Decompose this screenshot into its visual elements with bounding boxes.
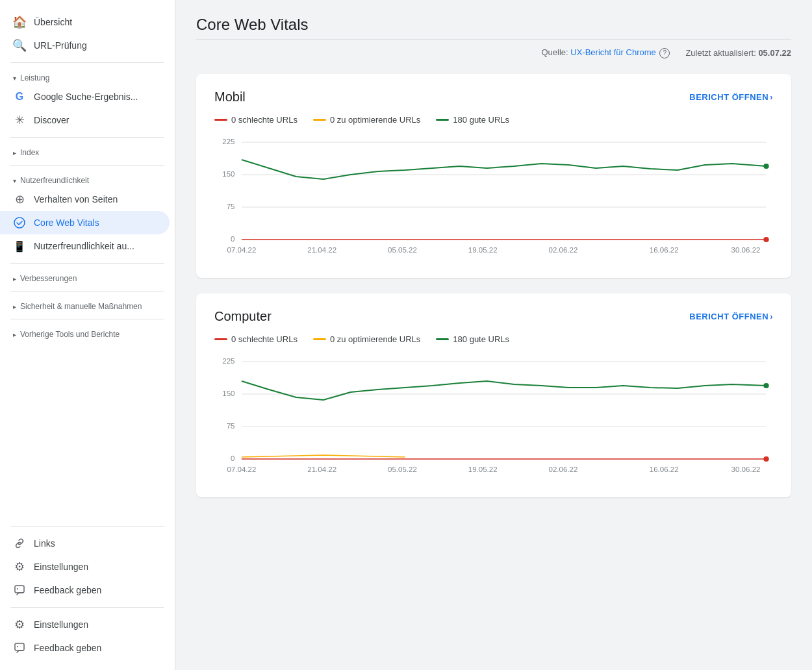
- sidebar-label-nutzerfreundlichkeit-au: Nutzerfreundlichkeit au...: [34, 241, 134, 251]
- sidebar-item-feedback-1[interactable]: Feedback geben: [0, 578, 170, 602]
- gear-icon-1: ⚙: [13, 560, 26, 573]
- svg-text:16.06.22: 16.06.22: [650, 465, 679, 473]
- chevron-right-icon-3: ▸: [13, 303, 16, 310]
- svg-rect-4: [17, 646, 18, 647]
- home-icon: 🏠: [13, 16, 26, 29]
- section-sicherheit[interactable]: ▸ Sicherheit & manuelle Maßnahmen: [0, 297, 175, 314]
- svg-rect-2: [17, 588, 18, 589]
- divider-2: [10, 137, 164, 138]
- title-divider: [196, 39, 791, 40]
- sidebar-label-feedback-2: Feedback geben: [34, 643, 101, 653]
- discover-icon: ✳: [13, 114, 26, 127]
- chart-svg-mobil: 225 150 75 0: [214, 132, 773, 262]
- chart-svg-computer: 225 150 75 0: [214, 352, 773, 482]
- sidebar-item-google-suche[interactable]: G Google Suche-Ergebnis...: [0, 85, 170, 108]
- sidebar-item-nutzerfreundlichkeit-au[interactable]: 📱 Nutzerfreundlichkeit au...: [0, 234, 170, 258]
- section-label-verbesserungen: Verbesserungen: [20, 274, 77, 283]
- svg-text:19.05.22: 19.05.22: [468, 246, 498, 254]
- divider-8: [10, 607, 164, 608]
- section-index[interactable]: ▸ Index: [0, 143, 175, 160]
- svg-rect-1: [15, 586, 24, 593]
- source-text: Quelle: UX-Bericht für Chrome ?: [541, 47, 670, 58]
- sidebar-item-uebersicht[interactable]: 🏠 Übersicht: [0, 10, 170, 34]
- sidebar-label-core-web-vitals: Core Web Vitals: [34, 217, 99, 228]
- info-icon[interactable]: ?: [659, 48, 670, 58]
- legend-medium-computer: 0 zu optimierende URLs: [313, 334, 420, 344]
- card-title-mobil: Mobil: [214, 90, 246, 105]
- links-icon: [13, 537, 26, 550]
- chevron-right-icon-mobil: ›: [770, 92, 773, 102]
- cards-container: Mobil BERICHT ÖFFNEN › 0 schlechte URLs …: [175, 74, 812, 518]
- card-header-computer: Computer BERICHT ÖFFNEN ›: [214, 309, 773, 324]
- legend-bad-computer: 0 schlechte URLs: [214, 334, 298, 344]
- legend-good-computer: 180 gute URLs: [436, 334, 509, 344]
- page-title: Core Web Vitals: [196, 16, 791, 34]
- svg-text:225: 225: [222, 138, 235, 145]
- sidebar-item-url-pruefung[interactable]: 🔍 URL-Prüfung: [0, 34, 170, 57]
- feedback-icon-1: [13, 584, 26, 597]
- divider-5: [10, 291, 164, 292]
- chevron-down-icon: ▾: [13, 75, 16, 82]
- sidebar-item-discover[interactable]: ✳ Discover: [0, 108, 170, 132]
- sidebar-item-einstellungen-2[interactable]: ⚙ Einstellungen: [0, 613, 170, 636]
- svg-text:225: 225: [222, 357, 235, 365]
- updated-date: 05.07.22: [758, 48, 791, 58]
- svg-text:02.06.22: 02.06.22: [549, 465, 578, 473]
- section-verbesserungen[interactable]: ▸ Verbesserungen: [0, 269, 175, 286]
- sidebar-label-einstellungen-2: Einstellungen: [34, 619, 88, 630]
- divider-4: [10, 263, 164, 264]
- svg-text:05.05.22: 05.05.22: [388, 465, 417, 473]
- sidebar-item-core-web-vitals[interactable]: Core Web Vitals: [0, 211, 170, 234]
- chevron-down-icon-2: ▾: [13, 177, 16, 184]
- svg-text:0: 0: [231, 235, 235, 243]
- sidebar-label-google-suche: Google Suche-Ergebnis...: [34, 92, 138, 102]
- chart-mobil: 225 150 75 0: [214, 132, 773, 262]
- svg-text:30.06.22: 30.06.22: [731, 246, 761, 254]
- source-link[interactable]: UX-Bericht für Chrome: [570, 47, 655, 57]
- sidebar-spacer: [0, 341, 175, 521]
- svg-text:21.04.22: 21.04.22: [307, 246, 336, 254]
- legend-mobil: 0 schlechte URLs 0 zu optimierende URLs …: [214, 115, 773, 125]
- updated-text: Zuletzt aktualisiert: 05.07.22: [685, 48, 791, 58]
- bericht-link-computer[interactable]: BERICHT ÖFFNEN ›: [689, 312, 773, 321]
- card-mobil: Mobil BERICHT ÖFFNEN › 0 schlechte URLs …: [196, 74, 791, 278]
- divider-7: [10, 526, 164, 527]
- section-vorherige-tools[interactable]: ▸ Vorherige Tools und Berichte: [0, 325, 175, 341]
- page-header: Core Web Vitals Quelle: UX-Bericht für C…: [175, 0, 812, 74]
- svg-text:02.06.22: 02.06.22: [549, 246, 578, 254]
- sidebar: 🏠 Übersicht 🔍 URL-Prüfung ▾ Leistung G G…: [0, 0, 175, 670]
- chevron-right-icon-4: ▸: [13, 331, 16, 338]
- sidebar-label-discover: Discover: [34, 115, 69, 125]
- svg-text:07.04.22: 07.04.22: [227, 246, 257, 254]
- search-icon: 🔍: [13, 39, 26, 52]
- chart-computer: 225 150 75 0: [214, 352, 773, 482]
- section-label-vorherige-tools: Vorherige Tools und Berichte: [20, 330, 120, 339]
- divider-3: [10, 165, 164, 166]
- sidebar-item-verhalten[interactable]: ⊕ Verhalten von Seiten: [0, 188, 170, 211]
- svg-point-0: [14, 217, 25, 228]
- svg-text:150: 150: [222, 170, 235, 178]
- svg-point-13: [763, 164, 768, 169]
- divider-6: [10, 319, 164, 319]
- legend-line-good-mobil: [436, 119, 449, 121]
- card-header-mobil: Mobil BERICHT ÖFFNEN ›: [214, 90, 773, 105]
- chevron-right-icon-2: ▸: [13, 275, 16, 282]
- svg-text:75: 75: [227, 203, 235, 210]
- sidebar-item-feedback-2[interactable]: Feedback geben: [0, 636, 170, 660]
- legend-good-mobil: 180 gute URLs: [436, 115, 509, 125]
- chevron-right-icon: ▸: [13, 149, 16, 156]
- sidebar-label-feedback-1: Feedback geben: [34, 585, 101, 595]
- legend-medium-mobil: 0 zu optimierende URLs: [313, 115, 420, 125]
- feedback-icon-2: [13, 641, 26, 654]
- svg-rect-3: [15, 643, 24, 651]
- section-leistung[interactable]: ▾ Leistung: [0, 68, 175, 85]
- card-computer: Computer BERICHT ÖFFNEN › 0 schlechte UR…: [196, 293, 791, 497]
- sidebar-label-uebersicht: Übersicht: [34, 17, 72, 27]
- sidebar-label-einstellungen-1: Einstellungen: [34, 562, 88, 572]
- card-title-computer: Computer: [214, 309, 272, 324]
- sidebar-item-einstellungen-1[interactable]: ⚙ Einstellungen: [0, 555, 170, 578]
- section-nutzerfreundlichkeit[interactable]: ▾ Nutzerfreundlichkeit: [0, 171, 175, 188]
- bericht-link-mobil[interactable]: BERICHT ÖFFNEN ›: [689, 92, 773, 102]
- sidebar-label-verhalten: Verhalten von Seiten: [34, 194, 118, 205]
- sidebar-item-links[interactable]: Links: [0, 532, 170, 555]
